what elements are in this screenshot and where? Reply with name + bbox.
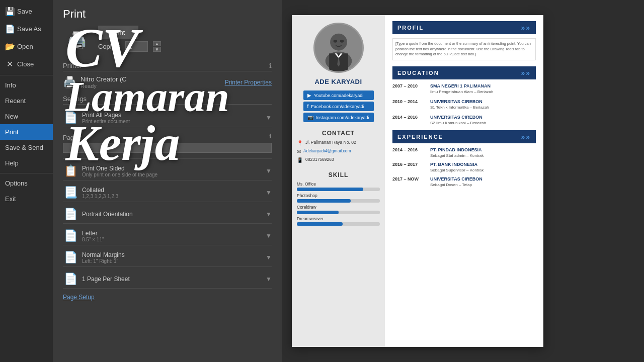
page-setup-button[interactable]: Page Setup (63, 294, 95, 301)
cv-profil-text: [Type a quote from the document or the s… (392, 38, 536, 60)
printer-status: Ready (80, 83, 127, 89)
cv-instagram: 📷 Instagram.com/adekaryadi (303, 113, 374, 122)
cv-skill-photoshop: Photoshop (297, 193, 380, 203)
cv-photo-svg (315, 23, 362, 73)
pages-input[interactable] (63, 143, 272, 153)
cv-skill-coreldraw: Coreldraw (297, 205, 380, 214)
svg-point-7 (340, 40, 344, 43)
sidebar-item-options[interactable]: Options (0, 175, 53, 191)
printer-properties-button[interactable]: Printer Properties (225, 79, 272, 86)
cv-skill-title: SKILL (329, 171, 349, 178)
cv-youtube: ▶ Youtube.com/adekaryadi (303, 90, 374, 100)
margins-row[interactable]: 📄 Normal Margins Left: 1" Right: 1" ▼ (63, 248, 272, 267)
cv-edu-1: 2007 – 2010 SMA NEGERI 1 PALIMANAN Ilmu … (392, 83, 536, 94)
cv-skill-dreamweaver: Dreamweaver (297, 216, 380, 226)
svg-point-6 (333, 40, 337, 43)
printer-icon-large: 🖨️ (63, 26, 91, 54)
paper-size-icon: 📄 (63, 229, 78, 242)
svg-point-1 (330, 34, 347, 51)
pages-per-sheet-arrow: ▼ (266, 276, 272, 283)
collated-row[interactable]: 📃 Collated 1,2,3 1,2,3 1,2,3 ▼ (63, 184, 272, 202)
cv-profil-header: PROFIL (392, 21, 536, 34)
cv-skill-bar-dreamweaver (297, 222, 343, 226)
sidebar-item-open[interactable]: 📂 Open (0, 38, 53, 55)
pages-info-icon[interactable]: ℹ (269, 133, 272, 140)
pages-per-sheet-row[interactable]: 📄 1 Page Per Sheet ▼ (63, 270, 272, 289)
margins-arrow: ▼ (266, 254, 272, 261)
open-icon: 📂 (5, 42, 14, 51)
collated-label: Collated (82, 187, 262, 194)
cv-skill-bar-photoshop (297, 199, 351, 203)
cv-exp-2: 2016 – 2017 PT. BANK INDONESIA Sebagai S… (392, 162, 536, 172)
print-action-row: 🖨️ Print Copies: ▲ ▼ (63, 26, 272, 54)
print-button[interactable]: Print (98, 26, 138, 39)
print-title: Print (63, 8, 272, 21)
copies-input[interactable] (125, 41, 148, 52)
copies-up-button[interactable]: ▲ (153, 41, 161, 46)
one-sided-row[interactable]: 📋 Print One Sided Only print on one side… (63, 162, 272, 180)
cv-address: 📍 Jl. Palimanan Raya No. 02 (297, 140, 380, 146)
paper-size-label: Letter (82, 230, 262, 237)
sidebar-item-save-as[interactable]: 📄 Save As (0, 20, 53, 38)
cv-preview: ADE KARYADI ▶ Youtube.com/adekaryadi f F… (292, 15, 543, 347)
sidebar-item-print[interactable]: Print (0, 124, 53, 140)
instagram-icon: 📷 (307, 115, 313, 120)
printer-info-icon[interactable]: ℹ (269, 62, 272, 69)
one-sided-arrow: ▼ (266, 167, 272, 174)
cv-facebook: f Facebook.com/adekaryadi (303, 102, 374, 111)
printer-name: Nitro Creator (C (80, 75, 127, 83)
print-all-pages-arrow: ▼ (266, 114, 272, 121)
cv-name: ADE KARYADI (314, 78, 362, 85)
sidebar: 💾 Save 📄 Save As 📂 Open ✕ Close Info Rec… (0, 0, 53, 362)
cv-edu-2: 2010 – 2014 UNIVERSITAS CIREBON S1 Tekni… (392, 99, 536, 110)
address-icon: 📍 (297, 140, 303, 146)
sidebar-item-recent[interactable]: Recent (0, 93, 53, 109)
paper-size-arrow: ▼ (266, 232, 272, 239)
email-icon: ✉ (297, 149, 301, 154)
sidebar-item-exit[interactable]: Exit (0, 191, 53, 207)
print-panel: Print 🖨️ Print Copies: ▲ ▼ Printer ℹ 🖨️ … (53, 0, 282, 362)
one-sided-label: Print One Sided (82, 165, 262, 172)
sidebar-item-save-send[interactable]: Save & Send (0, 140, 53, 155)
copies-row: Copies: ▲ ▼ (98, 41, 161, 52)
print-button-area: Print Copies: ▲ ▼ (98, 26, 161, 54)
printer-small-icon: 🖨️ (63, 76, 76, 89)
pages-label: Pages: (63, 134, 82, 141)
paper-size-row[interactable]: 📄 Letter 8.5" × 11" ▼ (63, 227, 272, 245)
copies-down-button[interactable]: ▼ (153, 47, 161, 52)
cv-right-column: PROFIL [Type a quote from the document o… (385, 15, 543, 347)
sidebar-item-info[interactable]: Info (0, 77, 53, 93)
print-all-pages-label: Print All Pages (82, 112, 262, 119)
orientation-arrow: ▼ (266, 211, 272, 218)
copies-label: Copies: (98, 43, 120, 50)
sidebar-item-new[interactable]: New (0, 109, 53, 124)
sidebar-item-save[interactable]: 💾 Save (0, 3, 53, 20)
collated-icon: 📃 (63, 186, 78, 199)
cv-email: ✉ Adekaryadi4@gmail.com (297, 148, 380, 154)
sidebar-item-close[interactable]: ✕ Close (0, 55, 53, 73)
printer-info: Nitro Creator (C Ready (80, 75, 127, 89)
phone-icon: 📱 (297, 157, 303, 163)
collated-arrow: ▼ (266, 189, 272, 196)
cv-skill-bar-coreldraw (297, 211, 339, 214)
printer-row: 🖨️ Nitro Creator (C Ready Printer Proper… (63, 75, 272, 89)
cv-contact-title: CONTACT (322, 130, 355, 137)
one-sided-icon: 📋 (63, 164, 78, 177)
sidebar-item-help[interactable]: Help (0, 155, 53, 171)
margins-icon: 📄 (63, 251, 78, 264)
orientation-label: Portrait Orientation (82, 211, 262, 218)
cv-phone: 📱 082317569263 (297, 157, 380, 163)
orientation-row[interactable]: 📄 Portrait Orientation ▼ (63, 205, 272, 224)
save-as-icon: 📄 (5, 24, 14, 34)
cv-edu-3: 2014 – 2016 UNIVERSITAS CIREBON S2 Ilmu … (392, 115, 536, 125)
cv-exp-1: 2014 – 2016 PT. PINDAD INDONESIA Sebagai… (392, 147, 536, 158)
save-icon: 💾 (5, 7, 14, 16)
pages-per-sheet-icon: 📄 (63, 273, 78, 286)
cv-photo (313, 23, 364, 73)
settings-section-title: Settings (63, 95, 272, 105)
close-icon: ✕ (5, 59, 14, 69)
pages-per-sheet-label: 1 Page Per Sheet (82, 276, 262, 283)
margins-label: Normal Margins (82, 251, 262, 258)
print-all-pages-row[interactable]: 📄 Print All Pages Print entire document … (63, 109, 272, 127)
printer-section-title: Printer ℹ (63, 62, 272, 71)
